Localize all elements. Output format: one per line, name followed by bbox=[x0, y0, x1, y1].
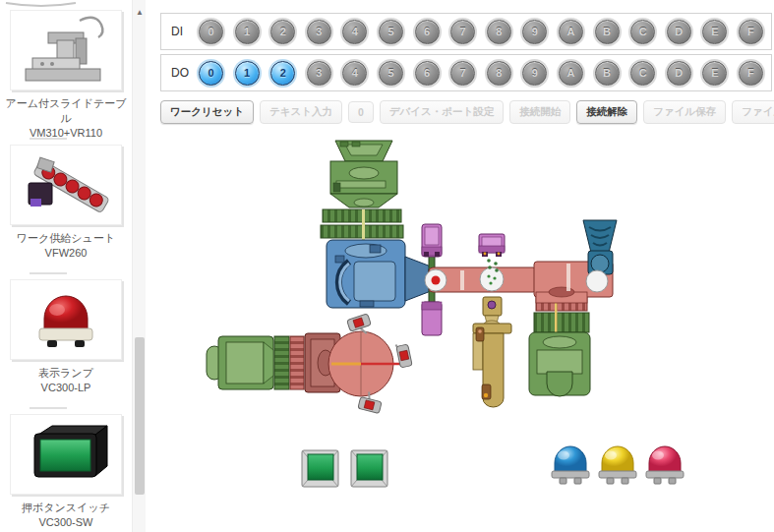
sidebar-item-slide-table[interactable]: アーム付スライドテーブル VM310+VR110 bbox=[4, 10, 128, 141]
di-button-1[interactable]: 1 bbox=[235, 20, 260, 44]
do-button-12[interactable]: C bbox=[630, 61, 655, 86]
di-button-4[interactable]: 4 bbox=[342, 20, 367, 44]
sidebar-scrollbar[interactable]: ▲ bbox=[132, 0, 146, 532]
main-panel: DI 0 1 2 3 4 5 6 7 8 9 A B C D E F DO bbox=[160, 0, 772, 124]
divider bbox=[30, 138, 67, 140]
scrollbar-thumb[interactable] bbox=[135, 337, 145, 495]
device-port-settings-button[interactable]: デバイス・ポート設定 bbox=[380, 100, 504, 124]
green-push-button-icon bbox=[19, 417, 113, 492]
gear-stack-top bbox=[321, 209, 403, 244]
work-reset-button[interactable]: ワークリセット bbox=[160, 100, 254, 124]
toolbar: ワークリセット テキスト入力 0 デバイス・ポート設定 接続開始 接続解除 ファ… bbox=[160, 100, 772, 124]
divider bbox=[30, 407, 67, 409]
sidebar-item-pushbutton[interactable]: 押ボタンスイッチ VC300-SW bbox=[4, 414, 128, 530]
do-panel: DO 0 1 2 3 4 5 6 7 8 9 A B C D E F bbox=[160, 54, 772, 91]
sidebar-item-chute[interactable]: ワーク供給シュート VFW260 bbox=[4, 145, 128, 261]
item-label: 押ボタンスイッチ VC300-SW bbox=[4, 501, 128, 530]
do-button-8[interactable]: 8 bbox=[487, 61, 511, 86]
do-button-3[interactable]: 3 bbox=[307, 61, 331, 86]
do-label: DO bbox=[171, 66, 199, 80]
dome-lamp-blue bbox=[552, 446, 589, 484]
do-button-15[interactable]: F bbox=[739, 61, 763, 86]
item-label: 表示ランプ VC300-LP bbox=[4, 366, 128, 395]
dome-lamp-yellow bbox=[599, 446, 636, 484]
di-button-15[interactable]: F bbox=[739, 20, 763, 44]
scroll-up-icon[interactable]: ▲ bbox=[133, 8, 147, 17]
di-button-11[interactable]: B bbox=[595, 20, 620, 44]
push-button-1[interactable] bbox=[302, 450, 338, 487]
di-button-2[interactable]: 2 bbox=[270, 20, 295, 44]
item-model: VFW260 bbox=[4, 246, 128, 261]
arm-station-left bbox=[425, 269, 447, 291]
lamp-image bbox=[10, 279, 122, 360]
item-label: アーム付スライドテーブル VM310+VR110 bbox=[4, 96, 128, 141]
item-name: 押ボタンスイッチ bbox=[4, 501, 128, 515]
slide-table-image bbox=[10, 10, 122, 90]
item-label: ワーク供給シュート VFW260 bbox=[4, 231, 128, 261]
do-button-13[interactable]: D bbox=[667, 61, 691, 86]
di-button-7[interactable]: 7 bbox=[450, 20, 475, 44]
di-button-5[interactable]: 5 bbox=[379, 20, 403, 44]
arm-station-middle bbox=[480, 267, 504, 291]
do-button-2[interactable]: 2 bbox=[270, 61, 295, 86]
slide-table-arm-icon bbox=[19, 13, 113, 88]
disconnect-button[interactable]: 接続解除 bbox=[576, 100, 637, 124]
di-button-3[interactable]: 3 bbox=[307, 20, 331, 44]
di-label: DI bbox=[171, 25, 199, 38]
scrolled-item-remnant bbox=[2, 0, 110, 10]
do-button-5[interactable]: 5 bbox=[379, 61, 403, 86]
item-name: 表示ランプ bbox=[4, 366, 128, 381]
di-button-12[interactable]: C bbox=[630, 20, 655, 44]
red-indicator-lamp-icon bbox=[19, 282, 113, 357]
di-button-8[interactable]: 8 bbox=[487, 20, 511, 44]
do-button-9[interactable]: 9 bbox=[522, 61, 547, 86]
do-button-7[interactable]: 7 bbox=[450, 61, 475, 86]
di-button-13[interactable]: D bbox=[667, 20, 691, 44]
rotary-actuator-blue bbox=[327, 240, 438, 308]
rotary-table-assembly bbox=[207, 314, 412, 414]
di-button-0[interactable]: 0 bbox=[199, 20, 223, 44]
parts-library-sidebar: アーム付スライドテーブル VM310+VR110 bbox=[0, 0, 132, 532]
file-save-button[interactable]: ファイル保存 bbox=[643, 100, 726, 124]
simulation-canvas bbox=[154, 126, 774, 532]
file-load-button[interactable]: ファイル読込み bbox=[732, 100, 774, 124]
connect-start-button[interactable]: 接続開始 bbox=[509, 100, 570, 124]
do-button-14[interactable]: E bbox=[702, 61, 727, 86]
do-button-0[interactable]: 0 bbox=[199, 61, 223, 86]
text-input-button[interactable]: テキスト入力 bbox=[260, 100, 342, 124]
di-buttons: 0 1 2 3 4 5 6 7 8 9 A B C D E F bbox=[199, 20, 763, 44]
do-button-6[interactable]: 6 bbox=[415, 61, 440, 86]
workpiece-red-dot bbox=[432, 276, 441, 285]
di-button-6[interactable]: 6 bbox=[415, 20, 440, 44]
chute-image bbox=[10, 145, 122, 225]
hopper-magenta bbox=[479, 234, 505, 272]
work-supply-chute-icon bbox=[19, 148, 113, 222]
pushbutton-image bbox=[10, 414, 122, 495]
dome-lamp-red bbox=[646, 446, 684, 484]
di-button-14[interactable]: E bbox=[702, 20, 727, 44]
item-name: ワーク供給シュート bbox=[4, 231, 128, 246]
divider bbox=[30, 272, 67, 274]
do-button-1[interactable]: 1 bbox=[235, 61, 260, 86]
di-button-10[interactable]: A bbox=[559, 20, 583, 44]
push-button-2[interactable] bbox=[351, 450, 387, 487]
air-cylinder-tan bbox=[473, 297, 511, 407]
parts-feeder-green bbox=[330, 141, 397, 207]
index-motor-green-right bbox=[529, 291, 590, 396]
item-name: アーム付スライドテーブル bbox=[4, 96, 128, 126]
zero-button[interactable]: 0 bbox=[348, 101, 374, 123]
app-window: アーム付スライドテーブル VM310+VR110 bbox=[0, 0, 774, 532]
do-button-4[interactable]: 4 bbox=[342, 61, 367, 86]
do-buttons: 0 1 2 3 4 5 6 7 8 9 A B C D E F bbox=[199, 61, 763, 86]
arm-station-right bbox=[586, 270, 608, 292]
funnel-chute-blue bbox=[583, 220, 617, 274]
item-model: VC300-SW bbox=[4, 515, 128, 530]
do-button-10[interactable]: A bbox=[559, 61, 583, 86]
rotary-index-arm bbox=[429, 262, 613, 303]
do-button-11[interactable]: B bbox=[595, 61, 620, 86]
di-button-9[interactable]: 9 bbox=[522, 20, 547, 44]
item-model: VC300-LP bbox=[4, 381, 128, 395]
sidebar-item-lamp[interactable]: 表示ランプ VC300-LP bbox=[4, 279, 128, 395]
di-panel: DI 0 1 2 3 4 5 6 7 8 9 A B C D E F bbox=[160, 13, 772, 50]
